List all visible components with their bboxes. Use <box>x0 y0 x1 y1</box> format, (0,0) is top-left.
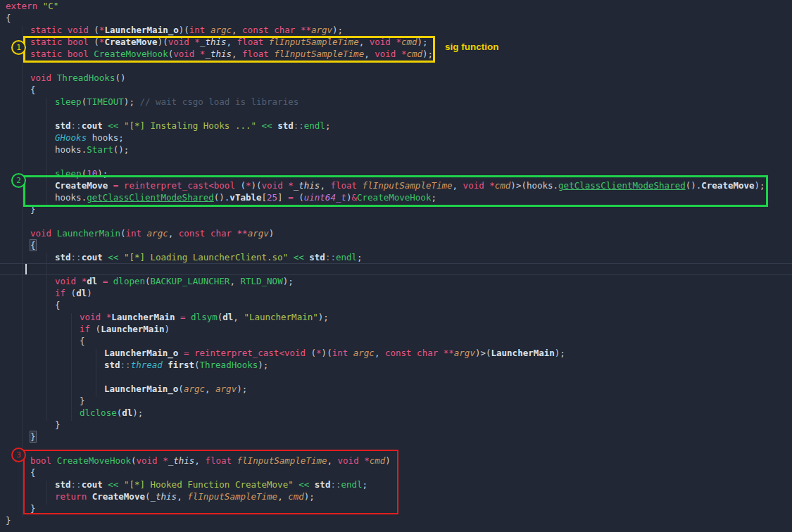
code-token: )( <box>322 348 332 358</box>
code-line[interactable]: { <box>0 335 792 347</box>
code-token: :: <box>71 120 82 131</box>
code-line[interactable]: void ThreadHooks() <box>0 72 792 84</box>
code-token: argc <box>147 228 168 239</box>
code-line[interactable]: { <box>0 12 792 24</box>
code-token: LauncherMain <box>101 324 164 334</box>
annotation-number-3: 3 <box>16 449 21 461</box>
annotation-circle-2: 2 <box>11 173 26 188</box>
code-token: ( <box>90 324 101 334</box>
code-token: void <box>80 312 106 322</box>
code-line[interactable]: std::thread first(ThreadHooks); <box>0 359 792 371</box>
code-line[interactable] <box>0 215 792 227</box>
code-token: LauncherMain <box>57 228 120 239</box>
code-token: // wait csgo load is libraries <box>139 96 298 107</box>
code-token: } <box>6 515 11 526</box>
code-token: if <box>80 324 90 334</box>
code-token: ; <box>357 252 363 262</box>
code-area[interactable]: extern "C"{static void (*LauncherMain_o)… <box>0 0 792 526</box>
code-token: ); <box>258 360 268 370</box>
code-token: ); <box>283 276 294 286</box>
code-line[interactable]: dlclose(dl); <box>0 407 792 419</box>
code-token: std <box>277 120 294 131</box>
code-line[interactable]: } <box>0 395 792 407</box>
code-token: ( <box>145 276 151 286</box>
code-token <box>186 312 191 322</box>
annotation-number-2: 2 <box>16 175 21 186</box>
code-token: ( <box>178 384 184 394</box>
code-token: :: <box>294 120 304 131</box>
code-token: const char <box>385 348 444 358</box>
code-token: if <box>55 288 65 298</box>
code-line[interactable]: { <box>0 299 792 311</box>
code-token: :: <box>120 360 131 370</box>
code-line[interactable]: { <box>0 84 792 96</box>
code-token: ThreadHooks <box>200 360 258 370</box>
code-token: cout <box>82 252 103 262</box>
annotation-label-sig-function: sig function <box>445 41 499 53</box>
code-token: , <box>232 25 242 35</box>
code-line[interactable]: GHooks hooks; <box>0 132 792 144</box>
code-token: "LauncherMain" <box>244 312 318 322</box>
code-token: void <box>284 348 306 358</box>
code-token: () <box>115 72 125 83</box>
code-line[interactable]: } <box>0 419 792 431</box>
code-token: sleep <box>55 96 82 107</box>
code-token: dl <box>87 276 97 286</box>
code-token: , <box>375 348 385 358</box>
code-token: std <box>55 252 71 262</box>
code-line[interactable]: static void (*LauncherMain_o)(int argc, … <box>0 24 792 36</box>
code-token: )( <box>179 25 189 35</box>
code-line[interactable] <box>0 371 792 383</box>
code-line[interactable]: extern "C" <box>0 0 792 12</box>
text-cursor <box>25 264 27 274</box>
code-token <box>118 120 124 131</box>
indent-guide <box>46 253 47 421</box>
code-line[interactable]: if (LauncherMain) <box>0 323 792 335</box>
code-token: ( <box>194 360 200 370</box>
annotation-box-sig-function <box>23 36 435 63</box>
code-token: { <box>80 336 85 346</box>
code-token: std <box>104 360 120 370</box>
code-line[interactable]: sleep(TIMEOUT); // wait csgo load is lib… <box>0 96 792 108</box>
code-line[interactable]: LauncherMain_o(argc, argv); <box>0 383 792 395</box>
code-line[interactable]: hooks.Start(); <box>0 144 792 156</box>
code-token: (); <box>113 144 130 155</box>
code-line[interactable]: } <box>0 514 792 526</box>
code-token: } <box>80 395 85 406</box>
code-token: cout <box>82 120 103 131</box>
code-line[interactable] <box>0 263 792 275</box>
code-token <box>189 348 194 358</box>
code-line[interactable] <box>0 156 792 167</box>
code-line[interactable]: std::cout << "[*] Loading LauncherClient… <box>0 251 792 263</box>
code-line[interactable]: void *dl = dlopen(BACKUP_LAUNCHER, RTLD_… <box>0 275 792 287</box>
code-line[interactable]: if (dl) <box>0 287 792 299</box>
code-line[interactable]: { <box>0 239 792 251</box>
code-editor[interactable]: extern "C"{static void (*LauncherMain_o)… <box>0 0 792 532</box>
code-token: << <box>262 120 272 131</box>
code-line[interactable]: void *LauncherMain = dlsym(dl, "Launcher… <box>0 311 792 323</box>
code-token: std <box>55 120 71 131</box>
code-token: :: <box>325 252 336 262</box>
code-token: ) <box>269 228 275 239</box>
code-token <box>108 276 113 286</box>
code-line[interactable]: std::cout << "[*] Instaling Hooks ..." <… <box>0 120 792 132</box>
code-line[interactable]: } <box>0 431 792 443</box>
code-line[interactable]: void LauncherMain(int argc, const char *… <box>0 227 792 239</box>
code-line[interactable]: LauncherMain_o = reinterpret_cast<void (… <box>0 347 792 359</box>
code-token <box>175 312 180 322</box>
code-token: < <box>279 348 284 358</box>
code-token: GHooks <box>55 132 87 143</box>
code-token: << <box>108 252 118 262</box>
code-token: const char <box>179 228 237 239</box>
code-token: LauncherMain_o <box>104 25 178 35</box>
code-token: ); <box>124 96 140 107</box>
annotation-circle-1: 1 <box>11 40 26 55</box>
code-token: argv <box>248 228 269 239</box>
code-token: dl <box>222 312 233 322</box>
code-token: void <box>30 72 57 83</box>
code-line[interactable] <box>0 108 792 120</box>
code-token <box>256 120 262 131</box>
code-token: LauncherMain <box>491 348 555 358</box>
code-token: argv <box>311 25 332 35</box>
code-token: { <box>30 84 36 95</box>
